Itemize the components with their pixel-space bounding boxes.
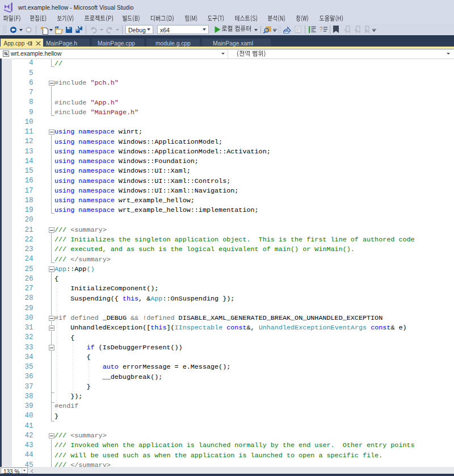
svg-text:?: ? bbox=[320, 26, 323, 32]
